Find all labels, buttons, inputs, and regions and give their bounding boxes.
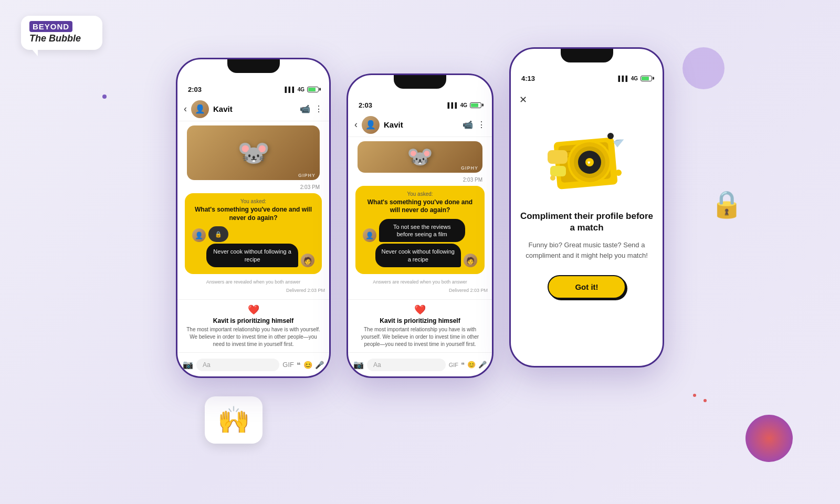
battery-icon-3 [640,76,652,81]
profile-desc-2: The most important relationship you have… [354,326,486,348]
profile-section-2: ❤️ Kavit is prioritizing himself The mos… [348,299,492,352]
input-icons-2: GIF ❝ 😊 🎤 [449,361,487,369]
input-bar: 📷 Aa GIF ❝ 😊 🎤 [177,352,329,376]
more-icon[interactable]: ⋮ [314,104,323,114]
phone-2-chat-body: 🐭 GIPHY 2:03 PM You asked: What's someth… [348,137,492,297]
bubble-row-p2-1: 👤 To not see the reviews before seeing a… [363,219,477,243]
compliment-screen: ✕ [511,86,663,366]
user-bubble-2: Never cook without following a recipe [375,244,461,267]
camera-icon-2[interactable]: 📷 [353,360,364,370]
delivered-note-2: Delivered 2:03 PM [352,288,488,293]
answers-note: Answers are revealed when you both answe… [182,279,325,285]
svg-rect-11 [550,166,566,176]
quote-icon[interactable]: ❝ [297,361,301,369]
heart-icon: ❤️ [184,304,323,316]
profile-section: ❤️ Kavit is prioritizing himself The mos… [177,299,329,352]
battery-icon-2 [470,102,481,108]
avatar-2: 👤 [362,116,380,134]
input-bar-2: 📷 Aa GIF ❝ 😊 🎤 [348,352,492,376]
question-text: What's something you've done and will ne… [192,206,314,222]
more-icon-2[interactable]: ⋮ [477,120,486,130]
avatar: 👤 [191,100,209,118]
phone-1-chat-body: 🐭 GIPHY 2:03 PM You asked: What's someth… [177,121,329,297]
phone-1-inner: 2:03 ▌▌▌ 4G ‹ 👤 Kavit 📹 ⋮ [177,59,329,376]
back-button[interactable]: ‹ [184,103,187,114]
gif-icon[interactable]: GIF [282,361,294,369]
phone-1-status-bar: 2:03 ▌▌▌ 4G [177,78,329,97]
svg-point-16 [550,175,555,181]
emoji-icon-2[interactable]: 😊 [467,361,476,369]
phone-2-chat-header: ‹ 👤 Kavit 📹 ⋮ [348,113,492,137]
gif-label: GIPHY [298,173,316,178]
phone-3-inner: 4:13 ▌▌▌ 4G ✕ [511,49,663,366]
hand-emoji: 🙌 [217,405,250,435]
bubble-row-2: Never cook without following a recipe 🧑 [192,244,314,267]
camera-icon[interactable]: 📷 [183,360,193,370]
svg-point-15 [615,170,622,176]
sticker-card: 🙌 [205,396,262,444]
video-icon-2[interactable]: 📹 [463,120,473,130]
you-asked-label-2: You asked: [363,191,477,197]
phone-1: 2:03 ▌▌▌ 4G ‹ 👤 Kavit 📹 ⋮ [176,58,331,378]
profile-title-2: Kavit is prioritizing himself [354,317,486,324]
gif-character-2: 🐭 [407,144,433,169]
mic-icon-2[interactable]: 🎤 [478,361,487,369]
phone-1-chat-header: ‹ 👤 Kavit 📹 ⋮ [177,97,329,121]
gif-icon-2[interactable]: GIF [449,362,458,368]
gif-label-2: GIPHY [461,165,478,171]
phone-2-status-icons: ▌▌▌ 4G [447,102,481,108]
delivered-note: Delivered 2:03 PM [182,288,325,293]
heart-icon-2: ❤️ [354,304,486,316]
phone-3-status-bar: 4:13 ▌▌▌ 4G [511,68,663,86]
back-button-2[interactable]: ‹ [354,119,358,130]
emoji-icon[interactable]: 😊 [303,361,312,369]
mic-icon[interactable]: 🎤 [315,361,324,369]
timestamp: 2:03 PM [182,184,325,190]
battery-icon [307,87,319,92]
svg-rect-10 [548,150,568,164]
compliment-title: Compliment their profile before a match [519,211,654,234]
phone-3-time: 4:13 [521,75,535,82]
gif-area-2: 🐭 GIPHY [358,141,482,173]
phone-2-time: 2:03 [359,101,372,109]
bubble-avatar: 👤 [192,228,206,242]
peer-bubble-1: To not see the reviews before seeing a f… [379,219,465,243]
profile-desc: The most important relationship you have… [184,326,323,348]
phones-container: 2:03 ▌▌▌ 4G ‹ 👤 Kavit 📹 ⋮ [0,26,840,378]
bg-circle-gradient [746,415,793,462]
bg-dot [693,394,696,397]
quote-icon-2[interactable]: ❝ [461,361,465,369]
answers-note-2: Answers are revealed when you both answe… [352,279,488,285]
compliment-illustration: ♥ [545,116,629,200]
svg-text:♥: ♥ [587,160,591,165]
question-text-2: What's something you've done and will ne… [363,198,477,215]
phone-2-status-bar: 2:03 ▌▌▌ 4G [348,94,492,113]
phone-1-notch [227,59,280,73]
video-icon[interactable]: 📹 [300,104,310,114]
got-it-button[interactable]: Got it! [548,275,625,299]
phone-3-status-icons: ▌▌▌ 4G [618,76,652,81]
phone-2: 2:03 ▌▌▌ 4G ‹ 👤 Kavit 📹 ⋮ [346,74,494,378]
bubble-avatar-2: 👤 [363,228,376,242]
close-button[interactable]: ✕ [519,94,527,106]
user-avatar: 🧑 [301,254,314,267]
message-input-2[interactable]: Aa [367,359,446,371]
question-card-2: You asked: What's something you've done … [355,186,485,274]
compliment-desc: Funny bio? Great music taste? Send a com… [519,240,654,260]
contact-name-2: Kavit [384,120,458,129]
gif-character: 🐭 [237,138,270,168]
illustration-svg: ♥ [545,116,629,200]
locked-bubble: 🔒 [208,226,228,242]
phone-3-notch [561,49,613,62]
user-bubble-1: Never cook without following a recipe [206,244,298,267]
bubble-row-1: 👤 🔒 [192,226,314,242]
bg-dot [704,399,707,402]
message-input[interactable]: Aa [196,359,279,371]
timestamp-2: 2:03 PM [352,177,488,183]
phone-2-notch [394,75,446,89]
profile-title: Kavit is prioritizing himself [184,317,323,324]
phone-2-inner: 2:03 ▌▌▌ 4G ‹ 👤 Kavit 📹 ⋮ [348,75,492,376]
phone-3: 4:13 ▌▌▌ 4G ✕ [509,47,664,368]
header-icons-2: 📹 ⋮ [463,120,486,130]
svg-point-14 [607,133,614,139]
